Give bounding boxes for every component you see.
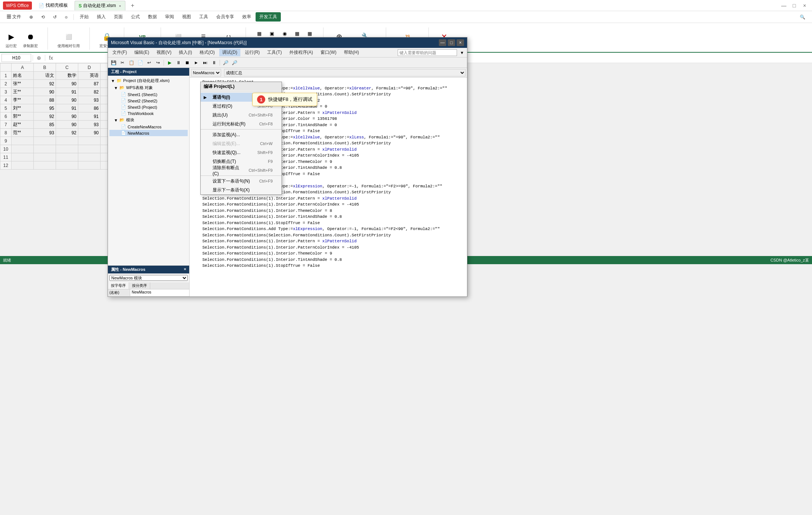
row-header[interactable]: 8 — [0, 129, 11, 137]
table-cell[interactable] — [11, 153, 34, 161]
row-header[interactable]: 7 — [0, 121, 11, 129]
table-cell[interactable]: 88 — [34, 96, 56, 104]
table-cell[interactable]: 范** — [11, 129, 34, 137]
table-cell[interactable]: 数学 — [56, 72, 78, 80]
col-A[interactable]: A — [11, 63, 34, 72]
maximize-btn[interactable]: □ — [790, 1, 799, 10]
table-cell[interactable]: 张** — [11, 80, 34, 88]
table-cell[interactable]: 92 — [56, 129, 78, 137]
vba-max-btn[interactable]: □ — [448, 39, 455, 46]
table-cell[interactable]: 英语 — [78, 72, 101, 80]
vba-proc-select[interactable]: 成绩汇总 — [224, 69, 466, 76]
vba-menu-run[interactable]: 运行(R) — [242, 49, 263, 56]
menu-file[interactable]: ☰ 文件 — [3, 12, 25, 22]
vba-close-btn[interactable]: × — [457, 39, 464, 46]
template-tab[interactable]: 📄 找稻壳模板 — [35, 1, 72, 10]
menu-review[interactable]: 审阅 — [161, 12, 178, 22]
table-cell[interactable] — [11, 137, 34, 145]
debug-menu-quick-watch[interactable]: 快速监视(Q)... Shift+F9 — [201, 148, 282, 157]
table-cell[interactable] — [78, 137, 101, 145]
fx-icon[interactable]: fx — [47, 55, 55, 61]
vba-tree-thisworkbook[interactable]: 📄 ThisWorkbook — [109, 110, 188, 117]
vba-tree-newmacros[interactable]: 📄 NewMacros — [109, 130, 188, 136]
row-header[interactable]: 3 — [0, 88, 11, 96]
menu-redo-icon[interactable]: ⟲ — [37, 13, 49, 21]
menu-devtools[interactable]: 开发工具 — [256, 12, 281, 22]
table-cell[interactable] — [56, 137, 78, 145]
table-cell[interactable] — [56, 153, 78, 161]
table-cell[interactable]: 赵** — [11, 121, 34, 129]
menu-search[interactable]: 🔍 — [796, 13, 809, 21]
table-cell[interactable]: 王** — [11, 88, 34, 96]
vba-search-input[interactable] — [398, 49, 457, 56]
cell-ref-box[interactable]: H10 — [1, 54, 31, 62]
menu-undo-icon[interactable]: ⊕ — [26, 13, 37, 21]
vba-menu-tools[interactable]: 工具(T) — [264, 49, 285, 56]
vba-tb-copy[interactable]: 📋 — [127, 59, 135, 67]
vba-tb-run[interactable]: ▶ — [165, 59, 174, 67]
table-cell[interactable] — [78, 145, 101, 153]
vba-tree-sheet1[interactable]: 📄 Sheet1 (Sheet1) — [109, 91, 188, 98]
vba-tree-wps-obj[interactable]: ▼ 📂 WPS表格 对象 — [109, 84, 188, 91]
table-cell[interactable]: 90 — [56, 96, 78, 104]
vba-menu-debug[interactable]: 调试(D) — [219, 49, 240, 56]
table-cell[interactable]: 93 — [34, 129, 56, 137]
table-cell[interactable]: 93 — [78, 121, 101, 129]
close-btn[interactable]: × — [800, 1, 809, 10]
vba-menu-file[interactable]: 文件(F) — [109, 49, 130, 56]
ribbon-run-macro-btn[interactable]: ▶ 运行宏 — [3, 30, 19, 50]
add-tab-btn[interactable]: + — [128, 1, 137, 10]
table-cell[interactable] — [34, 145, 56, 153]
row-header[interactable]: 10 — [0, 145, 11, 153]
row-header[interactable]: 6 — [0, 112, 11, 121]
table-cell[interactable] — [56, 145, 78, 153]
row-header[interactable]: 5 — [0, 104, 11, 112]
debug-menu-show-next[interactable]: 显示下一条语句(X) — [201, 186, 282, 194]
row-header[interactable]: 1 — [0, 72, 11, 80]
vba-min-btn[interactable]: — — [439, 39, 446, 46]
table-cell[interactable]: 85 — [34, 121, 56, 129]
minimize-btn[interactable]: — — [779, 1, 788, 10]
table-cell[interactable] — [34, 153, 56, 161]
table-cell[interactable] — [11, 145, 34, 153]
menu-vip[interactable]: 会员专享 — [213, 12, 238, 22]
table-cell[interactable]: 90 — [34, 88, 56, 96]
table-cell[interactable] — [11, 161, 34, 170]
table-cell[interactable]: 90 — [56, 80, 78, 88]
table-cell[interactable]: 92 — [34, 112, 56, 121]
table-cell[interactable]: 87 — [78, 80, 101, 88]
table-cell[interactable]: 90 — [78, 129, 101, 137]
debug-menu-clear-bp[interactable]: 清除所有断点(C) Ctrl+Shift+F9 — [201, 166, 282, 175]
vba-tb-cut[interactable]: ✂ — [118, 59, 126, 67]
ribbon-relative-ref-btn[interactable]: ⬜ 使用相对引用 — [55, 30, 82, 50]
menu-tools[interactable]: 工具 — [195, 12, 212, 22]
menu-view[interactable]: 视图 — [178, 12, 195, 22]
menu-formula[interactable]: 公式 — [127, 12, 144, 22]
vba-tree-sheet2[interactable]: 📄 Sheet2 (Sheet2) — [109, 98, 188, 104]
vba-tb-find[interactable]: 🔎 — [221, 59, 230, 67]
vba-tb-redo[interactable]: ↪ — [154, 59, 162, 67]
table-cell[interactable]: 90 — [56, 121, 78, 129]
vba-tb-undo[interactable]: ↩ — [145, 59, 153, 67]
vba-tree-modules[interactable]: ▼ 📂 模块 — [109, 117, 188, 124]
file-tab[interactable]: S 自动化处理.xlsm ● — [75, 1, 125, 10]
vba-search-dropdown[interactable]: ▼ — [458, 50, 466, 55]
table-cell[interactable]: 86 — [78, 104, 101, 112]
row-header[interactable]: 11 — [0, 153, 11, 161]
menu-efficiency[interactable]: 效率 — [239, 12, 255, 22]
menu-more-icon[interactable]: ⌾ — [61, 13, 71, 21]
table-cell[interactable]: 82 — [78, 88, 101, 96]
vba-menu-insert[interactable]: 插入(I) — [176, 49, 195, 56]
table-cell[interactable]: 刘** — [11, 104, 34, 112]
col-B[interactable]: B — [34, 63, 56, 72]
menu-page[interactable]: 页面 — [110, 12, 126, 22]
vba-tb-paste[interactable]: 📄 — [136, 59, 144, 67]
table-cell[interactable]: 姓名 — [11, 72, 34, 80]
menu-data[interactable]: 数据 — [144, 12, 161, 22]
vba-module-select[interactable]: NewMacros — [191, 69, 221, 76]
table-cell[interactable] — [56, 161, 78, 170]
row-header[interactable]: 2 — [0, 80, 11, 88]
ribbon-record-macro-btn[interactable]: ⏺ 录制新宏 — [21, 30, 40, 50]
vba-menu-edit[interactable]: 编辑(E) — [131, 49, 152, 56]
debug-menu-run-cursor[interactable]: 运行到光标处(R) Ctrl+F8 — [201, 119, 282, 128]
